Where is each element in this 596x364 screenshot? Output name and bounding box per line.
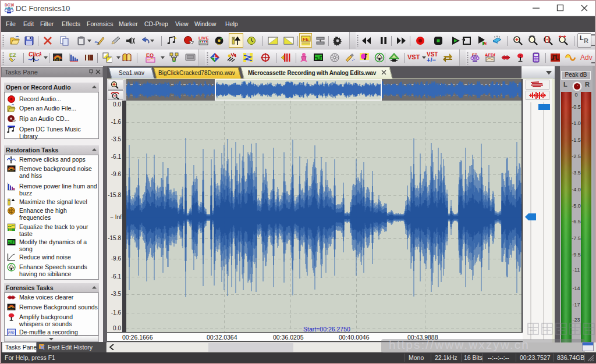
svg-text:FE: FE — [303, 37, 309, 42]
svg-text:DC10: DC10 — [5, 3, 14, 7]
svg-text:Click: Click — [29, 51, 41, 58]
svg-text:N: N — [484, 41, 487, 45]
svg-text:Fro: Fro — [8, 330, 15, 334]
svg-text:EZ: EZ — [9, 52, 16, 58]
svg-text:LIVE: LIVE — [198, 35, 209, 41]
svg-text:10: 10 — [9, 229, 12, 231]
